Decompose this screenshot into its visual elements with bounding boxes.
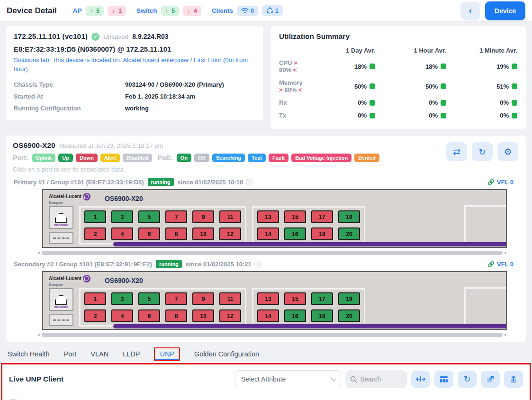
console-column: console [49,288,73,326]
compare-button[interactable]: ⇄ [446,142,467,161]
utilization-column-header: 1 Hour Avr. [375,45,446,56]
settings-button[interactable]: ⚙ [497,142,518,161]
rj45-icon [55,213,67,223]
port-3[interactable]: 3 [111,210,133,223]
port-19[interactable]: 19 [338,292,360,305]
port-20[interactable]: 20 [338,227,360,240]
refresh-button[interactable]: ↻ [472,142,493,161]
scroll-left-icon[interactable]: ◂ [37,251,40,255]
tab-unp[interactable]: UNP [154,347,180,361]
port-1[interactable]: 1 [84,210,106,223]
port-16[interactable]: 16 [284,309,306,322]
port-7[interactable]: 7 [165,210,187,223]
port-3[interactable]: 3 [111,292,133,305]
scroll-right-icon[interactable]: ▸ [505,251,507,255]
back-button[interactable]: ‹ [460,2,480,20]
brand-logo-icon [83,275,90,282]
utilization-value: 50% [375,76,446,96]
port-15[interactable]: 15 [284,210,306,223]
port-17[interactable]: 17 [311,292,333,305]
tab-port[interactable]: Port [64,350,77,358]
vfl-link[interactable]: VFL 0 [487,261,514,268]
scroll-right-icon[interactable]: ▸ [505,333,507,337]
tab-golden-configuration[interactable]: Golden Configuration [194,350,259,358]
ap-down-badge[interactable]: ↓ 1 [108,6,126,16]
tab-lldp[interactable]: LLDP [123,350,140,358]
scroll-left-icon[interactable]: ◂ [37,333,40,337]
clients-mesh-badge[interactable]: 1 [262,5,283,16]
column-header-session-duration: Session Duration [366,395,480,400]
tab-switch-health[interactable]: Switch Health [8,350,50,358]
port-18[interactable]: 18 [311,309,333,322]
port-8[interactable]: 8 [165,309,187,322]
scrollbar-track[interactable] [42,251,503,255]
port-16[interactable]: 16 [284,227,306,240]
rj45-icon [55,295,67,305]
port-6[interactable]: 6 [138,309,160,322]
search-box[interactable] [345,370,407,388]
port-8[interactable]: 8 [165,227,187,240]
port-13[interactable]: 13 [257,292,279,305]
switch-down-badge[interactable]: ↓ 4 [183,6,201,16]
poe-legend-fault: Fault [269,154,289,162]
brand-name: Alcatel·Lucent [49,193,90,200]
device-location-link[interactable]: Solutions lab; This device is located on… [14,56,256,74]
firmware-version: 8.9.224.R03 [132,33,168,40]
chassis-group-row: Secondary #2 / Group #101 (E8:E7:32:91:9… [13,260,519,268]
info-icon[interactable]: ! [246,179,252,185]
port-9[interactable]: 9 [192,210,214,223]
device-button[interactable]: Device [485,1,525,20]
port-6[interactable]: 6 [138,227,160,240]
clients-wifi-badge[interactable]: 0 [237,6,258,16]
port-11[interactable]: 11 [219,292,241,305]
port-19[interactable]: 19 [338,210,360,223]
port-2[interactable]: 2 [84,309,106,322]
running-since-label: since 01/02/2025 10:18 [178,179,243,186]
info-icon[interactable]: ! [254,261,261,267]
open-external-button[interactable] [481,371,500,388]
port-12[interactable]: 12 [219,309,241,322]
utilization-row: Tx 0%0%0% [279,109,517,122]
port-1[interactable]: 1 [84,292,106,305]
fit-columns-button[interactable] [411,371,430,388]
port-20[interactable]: 20 [338,309,360,322]
running-status-badge: running [156,260,182,268]
refresh-table-button[interactable]: ↻ [458,371,477,388]
console-label: console [54,305,68,309]
poe-legend-bad-voltage-injection: Bad Voltage Injection [291,154,352,162]
port-5[interactable]: 5 [138,210,160,223]
port-13[interactable]: 13 [257,210,279,223]
unp-panel-title: Live UNP Client [9,375,63,383]
port-11[interactable]: 11 [219,210,241,223]
port-10[interactable]: 10 [192,309,214,322]
port-18[interactable]: 18 [311,227,333,240]
switch-up-badge[interactable]: ↑ 5 [161,6,180,16]
port-4[interactable]: 4 [111,309,133,322]
port-4[interactable]: 4 [111,227,133,240]
wifi-icon [241,8,249,14]
panel-header: Alcatel·LucentEnterpriseOS6900-X20 [49,192,506,205]
ap-up-badge[interactable]: ↑ 5 [86,6,104,16]
select-attribute-dropdown[interactable]: Select Attribute [235,370,341,388]
scrollbar-track[interactable] [42,333,503,337]
port-2[interactable]: 2 [84,227,106,240]
port-17[interactable]: 17 [311,210,333,223]
port-14[interactable]: 14 [257,227,279,240]
tab-vlan[interactable]: VLAN [90,350,108,358]
panel-body: console1234567891011121314151617181920 [49,206,506,245]
port-7[interactable]: 7 [165,292,187,305]
measured-at-label: Measured at Jun 23, 2025 3:18:17 pm [59,142,163,149]
columns-button[interactable] [434,371,453,388]
device-field-row: Chassis Type903124-90 / OS6900-X20 (Prim… [14,79,256,91]
search-input[interactable] [360,375,400,383]
export-button[interactable] [504,371,523,388]
port-9[interactable]: 9 [192,292,214,305]
port-12[interactable]: 12 [219,227,241,240]
port-group: 1314151617181920 [252,206,365,245]
port-14[interactable]: 14 [257,309,279,322]
port-5[interactable]: 5 [138,292,160,305]
port-10[interactable]: 10 [192,227,214,240]
detail-tabs: Switch HealthPortVLANLLDPUNPGolden Confi… [0,342,532,361]
port-15[interactable]: 15 [284,292,306,305]
vfl-link[interactable]: VFL 0 [487,179,514,186]
